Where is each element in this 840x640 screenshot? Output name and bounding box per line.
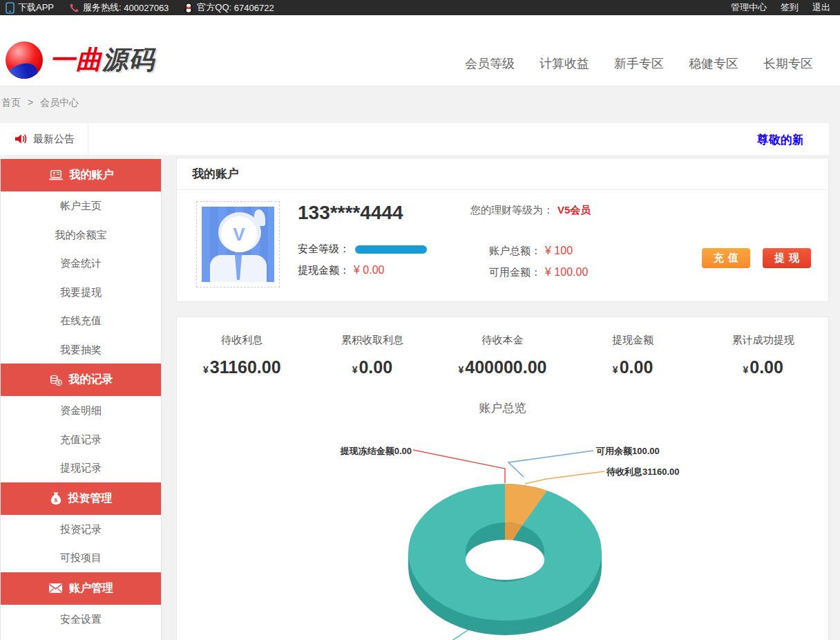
qq-number: 67406722: [234, 3, 274, 13]
speaker-icon: [14, 133, 28, 145]
coins-icon: $: [49, 373, 63, 387]
overview-panel: 待收利息 ¥31160.00 累积收取利息 ¥0.00 待收本金 ¥400000…: [176, 317, 829, 640]
nav-member-level[interactable]: 会员等级: [465, 55, 515, 72]
sidebar-item-bank-card[interactable]: 银行卡信息: [1, 633, 161, 640]
sidebar-item-invest-records[interactable]: 投资记录: [1, 515, 161, 544]
stat-pending-principal: 待收本金 ¥400000.00: [437, 334, 568, 377]
hotline-label: 服务热线:: [83, 1, 122, 14]
yen-sign: ¥: [352, 364, 358, 375]
sidebar: 我的账户 帐户主页 我的余额宝 资金统计 我要提现 在线充值 我要抽奖 $ 我的…: [0, 159, 162, 640]
withdraw-amount-label: 提现金额：: [298, 264, 350, 276]
site-logo[interactable]: 一曲源码: [6, 41, 155, 79]
available-amount-label: 可用金额：: [489, 266, 541, 278]
security-level-row: 安全等级：: [298, 243, 427, 256]
download-app-link[interactable]: 下载APP: [6, 1, 54, 14]
moneybag-icon: $: [50, 491, 62, 505]
notice-label-area: 最新公告: [0, 123, 88, 155]
envelope-icon: [48, 583, 63, 594]
finance-level-row: 您的理财等级为：V5会员: [470, 204, 591, 217]
sidebar-item-lottery[interactable]: 我要抽奖: [1, 335, 161, 364]
hotline: 服务热线: 400027063: [69, 1, 169, 14]
laptop-user-icon: [48, 169, 64, 182]
yen-sign: ¥: [203, 364, 209, 375]
panel-title: 我的账户: [177, 158, 828, 190]
notice-marquee: 尊敬的新: [757, 132, 803, 147]
available-amount-value: 100.00: [554, 266, 588, 278]
sidebar-section-my-records[interactable]: $ 我的记录: [1, 364, 161, 396]
top-bar-right: 管理中心 签到 退出: [717, 1, 840, 14]
mobile-phone-icon: [6, 2, 15, 14]
qq-label: 官方QQ:: [197, 1, 231, 14]
sidebar-section-my-account[interactable]: 我的账户: [1, 159, 161, 191]
sidebar-item-recharge[interactable]: 在线充值: [1, 306, 161, 335]
my-account-panel: 我的账户 V 133****4444 安全等级： 提现金额：¥ 0.00 您的理…: [176, 158, 829, 302]
notice-bar: 最新公告 尊敬的新: [0, 123, 829, 155]
yen-sign: ¥: [613, 364, 618, 375]
sidebar-item-withdraw-records[interactable]: 提现记录: [1, 453, 161, 482]
sidebar-item-fund-stats[interactable]: 资金统计: [1, 249, 161, 278]
nav-stable-zone[interactable]: 稳健专区: [689, 55, 738, 72]
finance-level-value: V5会员: [557, 204, 591, 216]
sidebar-section-title: 投资管理: [68, 491, 113, 506]
yen-sign: ¥: [743, 364, 748, 375]
sidebar-item-available-projects[interactable]: 可投项目: [1, 543, 161, 572]
download-app-label: 下载APP: [18, 1, 54, 14]
logo-ball-icon: [6, 41, 43, 79]
stat-collected-interest: 累积收取利息 ¥0.00: [307, 334, 438, 377]
breadcrumb-current: 会员中心: [40, 97, 79, 108]
withdraw-amount-value: 0.00: [363, 264, 384, 276]
stat-withdraw-amount: 提现金额 ¥0.00: [568, 334, 698, 377]
nav-newbie-zone[interactable]: 新手专区: [614, 55, 664, 72]
sidebar-section-account-mgmt[interactable]: 账户管理: [1, 572, 161, 605]
avatar: V: [202, 207, 274, 282]
breadcrumb-home[interactable]: 首页: [1, 97, 21, 108]
available-amount-row: 可用金额：¥ 100.00: [489, 266, 588, 279]
stats-row: 待收利息 ¥31160.00 累积收取利息 ¥0.00 待收本金 ¥400000…: [177, 317, 828, 377]
sidebar-section-investment[interactable]: $ 投资管理: [1, 482, 161, 515]
security-level-bar: [355, 245, 427, 254]
stat-pending-interest: 待收利息 ¥31160.00: [177, 334, 307, 377]
sidebar-item-account-home[interactable]: 帐户主页: [1, 191, 161, 220]
sidebar-item-fund-detail[interactable]: 资金明细: [1, 396, 161, 425]
hotline-number: 400027063: [124, 3, 169, 13]
withdraw-amount-row: 提现金额：¥ 0.00: [298, 264, 385, 277]
nav-calc-earnings[interactable]: 计算收益: [540, 55, 589, 72]
nav-longterm-zone[interactable]: 长期专区: [763, 55, 813, 72]
logo-text: 一曲源码: [50, 43, 155, 77]
avatar-v-badge: V: [221, 216, 257, 252]
yen-sign: ¥: [458, 364, 464, 375]
page: 下载APP 服务热线: 400027063 官方QQ: 67406722 管理中…: [0, 0, 840, 640]
main-nav: 会员等级 计算收益 新手专区 稳健专区 长期专区: [440, 55, 813, 72]
official-qq: 官方QQ: 67406722: [184, 1, 274, 14]
chart-label-interest: 待收利息31160.00: [607, 466, 680, 478]
qq-penguin-icon: [184, 2, 193, 13]
sidebar-item-recharge-records[interactable]: 充值记录: [1, 425, 161, 454]
phone-handset-icon: [69, 3, 79, 13]
sidebar-section-title: 我的记录: [69, 373, 113, 387]
sidebar-section-title: 账户管理: [69, 581, 113, 596]
svg-text:$: $: [57, 380, 60, 386]
recharge-button[interactable]: 充值: [702, 248, 750, 268]
top-bar-left: 下载APP 服务热线: 400027063 官方QQ: 67406722: [0, 1, 289, 14]
sidebar-item-security-settings[interactable]: 安全设置: [1, 605, 161, 634]
logout-link[interactable]: 退出: [812, 1, 830, 14]
account-total-label: 账户总额：: [489, 245, 541, 256]
finance-level-label: 您的理财等级为：: [470, 204, 553, 216]
sign-in-link[interactable]: 签到: [781, 1, 799, 14]
breadcrumb-separator: >: [28, 97, 33, 108]
stat-success-withdraw: 累计成功提现 ¥0.00: [698, 334, 828, 377]
withdraw-button[interactable]: 提现: [763, 248, 811, 268]
breadcrumb: 首页 > 会员中心: [1, 97, 79, 109]
account-total-value: 100: [554, 245, 573, 256]
chart-label-frozen: 提现冻结金额0.00: [315, 445, 412, 458]
avatar-frame: V: [196, 201, 280, 288]
account-total-row: 账户总额：¥ 100: [489, 245, 573, 258]
sidebar-item-yuebao[interactable]: 我的余额宝: [1, 220, 161, 250]
chart-label-available: 可用余额100.00: [596, 445, 660, 458]
admin-center-link[interactable]: 管理中心: [731, 1, 767, 14]
site-header: 一曲源码 会员等级 计算收益 新手专区 稳健专区 长期专区: [0, 15, 840, 86]
sidebar-item-withdraw[interactable]: 我要提现: [1, 278, 161, 307]
security-level-label: 安全等级：: [298, 243, 350, 256]
notice-label: 最新公告: [33, 133, 75, 146]
account-overview-donut-chart: [177, 407, 830, 640]
